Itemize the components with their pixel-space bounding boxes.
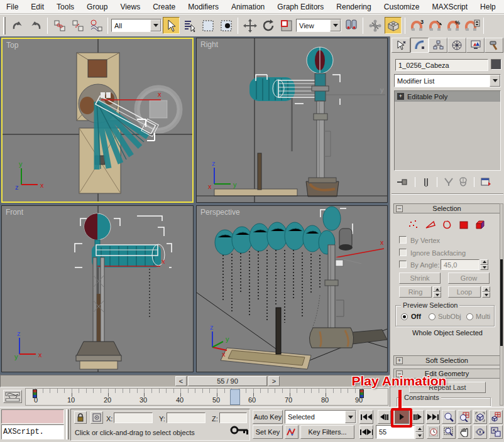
zoom-extents-all-button[interactable] [489, 410, 503, 424]
keyframe-marker-90[interactable] [359, 389, 364, 398]
edge-subobject-button[interactable] [425, 220, 436, 230]
expand-icon[interactable]: + [396, 357, 403, 364]
remove-modifier-button[interactable] [458, 177, 468, 187]
keyframe-marker-0[interactable] [33, 389, 37, 398]
maxscript-listener-field[interactable]: AXScript. [1, 424, 64, 439]
select-and-rotate-button[interactable] [260, 17, 277, 34]
time-slider-thumb[interactable] [230, 389, 240, 405]
ignore-backfacing-checkbox[interactable] [399, 249, 407, 256]
show-end-result-button[interactable] [421, 177, 431, 187]
polygon-subobject-button[interactable] [459, 220, 469, 230]
snaps-toggle-button[interactable]: 3 [408, 17, 425, 34]
spinner-snap-button[interactable] [463, 17, 480, 34]
percent-snap-button[interactable]: % [445, 17, 462, 34]
track-bar[interactable]: 0 10 20 30 40 50 60 70 80 90 [0, 387, 390, 406]
menu-tools[interactable]: Tools [57, 3, 74, 11]
previous-frame-slider-button[interactable]: < [175, 376, 187, 386]
menu-help[interactable]: Help [480, 3, 496, 11]
time-slider-bar[interactable]: < 55 / 90 > [0, 375, 390, 387]
viewport-top[interactable]: Top [1, 38, 194, 203]
modifier-list-arrow[interactable] [490, 75, 500, 87]
tab-modify[interactable] [410, 38, 429, 53]
window-crossing-button[interactable] [217, 17, 234, 34]
viewport-perspective[interactable]: Perspective [196, 205, 388, 372]
unlink-selection-button[interactable] [69, 17, 86, 34]
selection-lock-button[interactable] [74, 411, 87, 424]
track-ruler[interactable]: 0 10 20 30 40 50 60 70 80 90 [25, 388, 388, 406]
by-angle-checkbox[interactable] [399, 261, 407, 268]
zoom-extents-button[interactable] [473, 410, 487, 424]
loop-button[interactable]: Loop [448, 286, 481, 298]
tab-hierarchy[interactable] [429, 38, 447, 53]
select-and-move-button[interactable] [241, 17, 258, 34]
menu-rendering[interactable]: Rendering [336, 3, 371, 11]
menu-customize[interactable]: Customize [384, 3, 420, 11]
arc-rotate-button[interactable] [473, 425, 487, 439]
object-color-swatch[interactable] [491, 59, 501, 70]
frame-spinner[interactable] [415, 425, 424, 439]
select-and-link-button[interactable] [51, 17, 68, 34]
tab-utilities[interactable] [485, 38, 503, 53]
element-subobject-button[interactable] [475, 220, 486, 230]
selection-rollout-header[interactable]: – Selection [393, 203, 500, 213]
selection-filter-dropdown[interactable]: All [111, 19, 162, 32]
reference-coordinate-dropdown[interactable]: View [296, 19, 341, 32]
tab-motion[interactable] [447, 38, 466, 53]
set-key-key-icon[interactable] [229, 422, 249, 438]
preview-off-radio[interactable] [401, 313, 408, 320]
viewport-front[interactable]: Front x [1, 205, 194, 372]
grow-button[interactable]: Grow [448, 272, 490, 284]
menu-graph-editors[interactable]: Graph Editors [277, 3, 324, 11]
go-to-end-button[interactable] [426, 410, 440, 424]
select-and-scale-button[interactable] [278, 17, 295, 34]
vertex-subobject-button[interactable] [408, 220, 419, 230]
y-coord-field[interactable] [167, 412, 205, 423]
tab-display[interactable] [466, 38, 485, 53]
bind-to-spacewarp-button[interactable] [87, 17, 104, 34]
absolute-mode-button[interactable] [90, 411, 103, 424]
shrink-button[interactable]: Shrink [399, 272, 441, 284]
macro-recorder-field[interactable] [1, 409, 64, 424]
key-mode-curve-button[interactable] [285, 425, 299, 439]
time-configuration-button[interactable] [427, 425, 440, 439]
next-frame-button[interactable] [411, 410, 424, 424]
by-angle-field[interactable]: 45,0 [441, 259, 479, 270]
menu-edit[interactable]: Edit [31, 3, 44, 11]
go-to-start-button[interactable] [359, 410, 373, 424]
menu-maxscript[interactable]: MAXScript [432, 3, 468, 11]
stack-item-editable-poly[interactable]: + Editable Poly [395, 91, 500, 102]
modifier-stack[interactable]: + Editable Poly [394, 90, 501, 171]
pin-stack-button[interactable] [397, 177, 409, 187]
redo-button[interactable] [27, 17, 44, 34]
x-coord-field[interactable] [114, 412, 153, 423]
modifier-list-dropdown[interactable]: Modifier List [394, 74, 501, 87]
key-mode-toggle-button[interactable] [359, 425, 373, 439]
soft-selection-rollout-header[interactable]: + Soft Selection [393, 355, 500, 365]
make-unique-button[interactable] [443, 177, 454, 187]
key-filters-button[interactable]: Key Filters... [300, 425, 354, 439]
selected-filter-arrow[interactable] [345, 411, 356, 423]
by-vertex-checkbox[interactable] [399, 236, 407, 244]
use-pivot-center-button[interactable] [342, 17, 359, 34]
select-by-name-button[interactable] [181, 17, 198, 34]
stack-expand-icon[interactable]: + [397, 93, 404, 100]
zoom-button[interactable] [442, 410, 456, 424]
panel-scrollbar-thumb[interactable] [500, 259, 503, 346]
next-frame-slider-button[interactable]: > [268, 376, 280, 386]
keyboard-override-toggle-button[interactable] [385, 17, 402, 34]
by-angle-spinner[interactable] [480, 259, 488, 270]
selection-filter-arrow[interactable] [150, 19, 161, 31]
select-object-button[interactable] [163, 17, 180, 34]
object-name-field[interactable]: 1_0256_Cabeza [395, 59, 488, 71]
menu-modifiers[interactable]: Modifiers [188, 3, 219, 11]
viewport-right[interactable]: Right y [196, 38, 388, 203]
toolbar-grip[interactable] [3, 17, 6, 35]
tab-create[interactable] [392, 38, 410, 53]
collapse-icon[interactable]: – [396, 205, 403, 212]
menu-group[interactable]: Group [87, 3, 107, 11]
time-slider[interactable]: 55 / 90 [188, 376, 267, 386]
menu-create[interactable]: Create [153, 3, 175, 11]
preview-multi-radio[interactable] [466, 313, 473, 320]
border-subobject-button[interactable] [442, 220, 452, 230]
pan-button[interactable] [457, 425, 471, 439]
